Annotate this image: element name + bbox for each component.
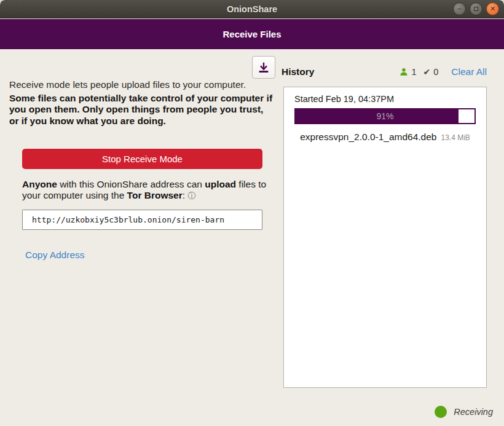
info-icon[interactable]: ⓘ [187, 191, 195, 200]
status-label: Receiving [454, 407, 493, 417]
history-item-filesize: 13.4 MiB [441, 133, 470, 142]
maximize-icon [474, 7, 478, 11]
onion-address-input[interactable] [22, 210, 262, 230]
history-title: History [282, 66, 314, 77]
upload-progress-bar: 91% [294, 108, 476, 124]
address-info-text: Anyone with this OnionShare address can … [22, 179, 277, 201]
close-icon: ✕ [490, 6, 495, 12]
address-info-bold-anyone: Anyone [22, 179, 57, 189]
person-icon [400, 68, 408, 76]
window-controls: − ✕ [453, 2, 499, 15]
clear-all-link[interactable]: Clear All [451, 66, 487, 77]
history-item: Started Feb 19, 04:37PM 91% expressvpn_2… [284, 87, 486, 155]
titlebar[interactable]: OnionShare − ✕ [0, 0, 504, 18]
copy-address-link[interactable]: Copy Address [25, 250, 85, 261]
close-button[interactable]: ✕ [486, 2, 499, 15]
history-counts: 1 ✔ 0 Clear All [400, 66, 487, 77]
window-title: OnionShare [227, 4, 277, 14]
in-progress-count: 1 [411, 67, 416, 77]
history-header: History 1 ✔ 0 Clear All [282, 66, 487, 78]
status-green-dot-icon [435, 406, 447, 418]
receive-mode-warning: Some files can potentially take control … [9, 93, 275, 127]
download-icon [257, 61, 270, 74]
history-item-file-row: expressvpn_2.0.0-1_amd64.deb 13.4 MiB [284, 132, 486, 143]
mode-header-title: Receive Files [222, 29, 281, 39]
minimize-icon: − [457, 6, 461, 12]
completed-count: 0 [433, 67, 438, 77]
address-info-bold-upload: upload [205, 179, 236, 189]
upload-progress-label: 91% [296, 109, 474, 123]
server-status: Receiving [435, 406, 493, 418]
maximize-button[interactable] [470, 2, 482, 15]
receive-mode-toggle-button[interactable] [252, 56, 275, 79]
stop-receive-mode-label: Stop Receive Mode [102, 154, 183, 164]
check-icon: ✔ [423, 67, 430, 77]
history-panel[interactable]: Started Feb 19, 04:37PM 91% expressvpn_2… [283, 87, 487, 388]
mode-header: Receive Files [0, 19, 504, 49]
address-info-bold-torbrowser: Tor Browser [127, 190, 183, 200]
history-item-filename: expressvpn_2.0.0-1_amd64.deb [300, 132, 436, 143]
content: Receive mode lets people upload files to… [0, 49, 504, 426]
minimize-button[interactable]: − [453, 2, 466, 15]
onionshare-window: OnionShare − ✕ Receive Files Rec [0, 0, 504, 426]
history-item-started: Started Feb 19, 04:37PM [294, 94, 394, 104]
receive-mode-description: Receive mode lets people upload files to… [9, 79, 280, 90]
stop-receive-mode-button[interactable]: Stop Receive Mode [22, 149, 262, 169]
